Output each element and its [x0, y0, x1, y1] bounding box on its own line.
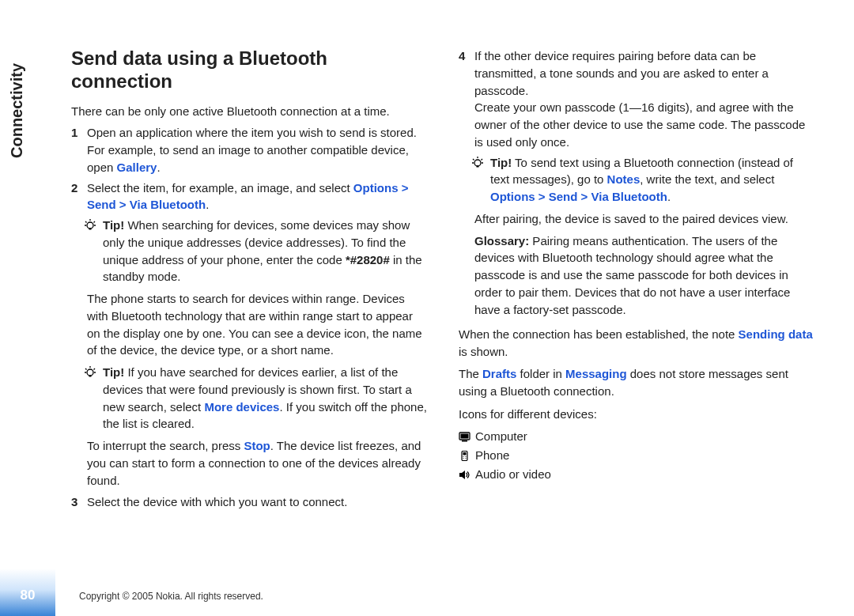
uad-code: *#2820#	[346, 253, 390, 266]
icon-audio-row: Audio or video	[459, 466, 814, 483]
page-number: 80	[21, 588, 36, 616]
step-2-num: 2	[71, 180, 87, 197]
tip-icon	[471, 156, 484, 168]
svg-line-10	[85, 368, 87, 370]
svg-rect-1	[89, 229, 92, 230]
messaging-link: Messaging	[565, 367, 627, 380]
svg-point-29	[465, 458, 466, 459]
svg-rect-25	[463, 452, 467, 455]
drafts-link: Drafts	[482, 367, 516, 380]
step-4-num: 4	[459, 47, 474, 65]
svg-line-11	[94, 368, 96, 370]
footer-copyright: Copyright © 2005 Nokia. All rights reser…	[79, 591, 263, 602]
svg-line-18	[482, 159, 483, 161]
icon-phone-row: Phone	[459, 447, 814, 464]
drafts-note: The Drafts folder in Messaging does not …	[459, 365, 814, 400]
step-4: 4 If the other device requires pairing b…	[459, 47, 814, 151]
chapter-label: Connectivity	[8, 63, 26, 158]
notes-link: Notes	[607, 172, 640, 186]
svg-point-28	[463, 458, 463, 459]
step-3: 3 Select the device with which you want …	[71, 493, 427, 511]
page-content: Send data using a Bluetooth connection T…	[71, 47, 814, 585]
step-1-body: Open an application where the item you w…	[87, 124, 427, 176]
icon-computer-label: Computer	[475, 429, 527, 443]
sending-data-note: When the connection has been established…	[459, 326, 814, 361]
step-2-body: Select the item, for example, an image, …	[87, 180, 427, 214]
svg-line-17	[473, 159, 474, 161]
options-send-path: Options > Send > Via Bluetooth	[490, 190, 667, 203]
svg-rect-23	[462, 440, 467, 442]
side-panel: Connectivity 80	[0, 0, 55, 616]
tip-icon	[84, 218, 96, 231]
svg-rect-8	[89, 376, 92, 377]
svg-point-26	[463, 456, 463, 457]
page-number-box: 80	[0, 569, 55, 616]
step-3-num: 3	[71, 493, 87, 511]
icon-audio-label: Audio or video	[475, 467, 551, 481]
icons-label: Icons for different devices:	[459, 406, 814, 423]
step-3-body: Select the device with which you want to…	[87, 493, 427, 511]
intro-text: There can be only one active Bluetooth c…	[71, 103, 427, 120]
svg-point-0	[87, 222, 93, 229]
step-1: 1 Open an application where the item you…	[71, 124, 427, 176]
glossary-label: Glossary:	[474, 234, 529, 248]
svg-point-27	[465, 456, 466, 457]
icon-phone-label: Phone	[475, 448, 509, 462]
tip-label: Tip!	[103, 218, 124, 232]
tip-label: Tip!	[103, 365, 124, 379]
svg-rect-22	[461, 434, 469, 439]
icon-computer-row: Computer	[459, 428, 814, 445]
sending-data-label: Sending data	[739, 327, 813, 341]
svg-line-4	[94, 221, 96, 223]
gallery-link: Gallery	[117, 161, 157, 174]
phone-icon	[459, 448, 470, 459]
page-title: Send data using a Bluetooth connection	[71, 47, 427, 93]
tip-1: Tip! When searching for devices, some de…	[103, 217, 427, 285]
glossary: Glossary: Pairing means authentication. …	[474, 232, 814, 319]
svg-line-3	[85, 221, 87, 223]
step-4-body: If the other device requires pairing bef…	[474, 47, 814, 151]
svg-marker-30	[459, 471, 465, 479]
audio-video-icon	[459, 467, 470, 478]
tip-icon	[84, 365, 96, 378]
tip-3: Tip! To send text using a Bluetooth conn…	[490, 154, 814, 206]
after-pairing: After pairing, the device is saved to th…	[474, 210, 814, 228]
computer-icon	[459, 429, 470, 440]
step-1-num: 1	[71, 124, 87, 142]
tip-2: Tip! If you have searched for devices ea…	[103, 364, 427, 433]
svg-point-7	[87, 369, 93, 376]
stop-paragraph: To interrupt the search, press Stop. The…	[87, 437, 427, 489]
svg-point-14	[474, 160, 481, 166]
stop-link: Stop	[244, 439, 270, 452]
tip-label: Tip!	[490, 156, 512, 169]
svg-rect-15	[477, 165, 479, 167]
step-2: 2 Select the item, for example, an image…	[71, 180, 427, 214]
more-devices-link: More devices	[204, 400, 279, 414]
search-paragraph: The phone starts to search for devices w…	[87, 290, 427, 359]
